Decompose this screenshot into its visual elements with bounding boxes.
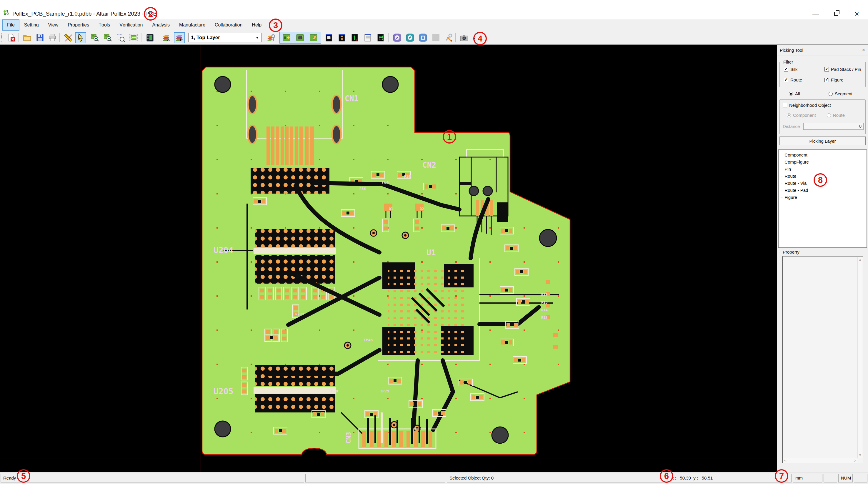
mode-all-radio[interactable]: All [789,91,800,96]
selected-qty: Selected Object Qty: 0 [447,474,667,483]
menu-item-analysis[interactable]: Analysis [148,20,175,31]
layer-select-combo[interactable]: 1, Top Layer ▼ [188,33,262,42]
close-button[interactable]: × [848,8,865,20]
status-bar: Ready Selected Object Qty: 0 x : 50.39 y… [0,472,868,484]
property-vertical-scrollbar[interactable]: ∧ ∨ [858,257,862,458]
scroll-left-icon[interactable]: < [784,459,786,462]
snapshot-camera-icon[interactable] [459,32,470,43]
layer-list-item[interactable]: Pin [780,166,867,173]
toolbar-grip[interactable] [1,33,3,42]
svg-text:R299: R299 [295,312,304,316]
picking-layer-button[interactable]: Picking Layer [779,137,866,145]
svg-text:FL4: FL4 [382,180,389,184]
neighborhood-object-checkbox[interactable]: Neighborhood Object [783,103,831,108]
layer-artwork-icon[interactable]: A [161,32,172,43]
layer-settings-icon[interactable] [266,32,276,43]
status-empty-3 [854,474,867,483]
annotation-circle-2: 2 [144,7,157,21]
svg-text:R15: R15 [541,300,548,305]
picking-tool-panel: Picking Tool × Filter Silk Pad Stack / P… [777,45,868,472]
save-file-icon[interactable] [35,32,45,43]
layer-padstack-icon[interactable]: P [174,32,185,43]
board-view-icon[interactable] [145,32,155,43]
zoom-window-icon[interactable] [115,32,126,43]
edit-app-icon[interactable] [405,32,415,43]
units-indicator: mm [793,474,822,483]
pcb-component-move-icon[interactable] [281,32,292,43]
zoom-fit-icon[interactable] [128,32,139,43]
menu-item-manufacture[interactable]: Manufacture [174,20,210,31]
layer-list-item[interactable]: Figure [780,194,867,201]
report-list-icon[interactable] [362,32,373,43]
svg-text:CN3: CN3 [345,432,352,444]
chip-viewer-icon[interactable] [324,32,334,43]
property-horizontal-scrollbar[interactable]: < > [783,458,858,463]
scroll-right-icon[interactable]: > [854,459,856,462]
toolbar: A P 1, Top Layer ▼ [0,31,868,45]
svg-text:TP48: TP48 [364,338,373,342]
menu-item-help[interactable]: Help [247,20,266,31]
annotation-circle-1: 1 [443,130,456,144]
distance-input[interactable]: 0 [803,123,864,130]
filter-group: Filter Silk Pad Stack / Pin Route Figure [779,62,866,87]
status-message: Ready [1,474,304,483]
app-logo-icon [3,9,10,17]
filter-silk-checkbox[interactable]: Silk [784,67,798,72]
pcb-edit-icon[interactable] [308,32,319,43]
filter-route-checkbox[interactable]: Route [784,77,802,82]
menu-item-verification[interactable]: Verification [115,20,147,31]
property-group: Property ∧ ∨ < > [779,252,866,467]
package-viewer-icon[interactable] [336,32,347,43]
pcb-component-place-icon[interactable] [295,32,305,43]
distance-label: Distance [783,124,800,129]
layer-combo-value: 1, Top Layer [188,35,253,40]
minimize-button[interactable]: — [807,8,824,20]
zoom-out-icon[interactable] [102,32,113,43]
svg-text:Q2: Q2 [420,207,424,211]
menu-item-tools[interactable]: Tools [94,20,115,31]
net-tree-icon[interactable] [375,32,386,43]
menu-item-setting[interactable]: Setting [20,20,43,31]
zoom-in-icon[interactable] [89,32,100,43]
print-icon[interactable] [47,32,58,43]
menu-item-properties[interactable]: Properties [63,20,94,31]
svg-text:R14: R14 [541,308,548,312]
svg-text:CN1: CN1 [345,94,359,103]
neighborhood-route-radio[interactable]: Route [827,113,845,118]
svg-text:U204: U204 [213,246,233,255]
annotation-circle-5: 5 [17,469,30,483]
layer-list-item[interactable]: Route - Pad [780,187,867,194]
window-title: PollEx_PCB_Sample_r1.0.pdbb - Altair Pol… [12,10,157,17]
mode-segment-radio[interactable]: Segment [829,91,852,96]
scroll-up-icon[interactable]: ∧ [858,258,862,262]
title-bar: PollEx_PCB_Sample_r1.0.pdbb - Altair Pol… [0,0,868,20]
panel-separator [779,88,866,88]
filter-padstack-checkbox[interactable]: Pad Stack / Pin [825,67,861,72]
axis-view-icon[interactable] [350,32,360,43]
filter-figure-checkbox[interactable]: Figure [825,77,844,82]
svg-text:R56: R56 [359,187,366,191]
measure-icon[interactable] [63,32,73,43]
scroll-down-icon[interactable]: ∨ [858,453,862,457]
verify-app-icon[interactable] [392,32,402,43]
menu-item-file[interactable]: File [2,20,20,31]
svg-text:TP78: TP78 [329,389,338,393]
status-empty-1 [305,474,445,483]
annotation-circle-6: 6 [660,469,673,483]
pcb-canvas[interactable]: CN1CN2U204U205U1CN3FL4R99R56Q1Q2R299TP48… [0,45,777,472]
maximize-button[interactable] [828,8,845,20]
picking-layer-list: ComponentCompFigurePinRouteRoute - ViaRo… [778,149,867,248]
menu-item-view[interactable]: View [43,20,63,31]
open-file-icon[interactable] [22,32,32,43]
sim-app-icon[interactable] [418,32,428,43]
layer-list-item[interactable]: CompFigure [780,158,867,166]
select-cursor-icon[interactable] [75,32,86,43]
layer-list-item[interactable]: Component [780,151,867,158]
neighborhood-component-radio[interactable]: Component [787,113,816,118]
panel-close-icon[interactable]: × [862,47,865,53]
close-design-icon[interactable] [6,32,17,43]
menu-item-collaboration[interactable]: Collaboration [210,20,247,31]
tools-option-icon[interactable] [443,32,454,43]
combo-dropdown-icon[interactable]: ▼ [253,33,262,42]
svg-text:TP79: TP79 [380,389,389,393]
